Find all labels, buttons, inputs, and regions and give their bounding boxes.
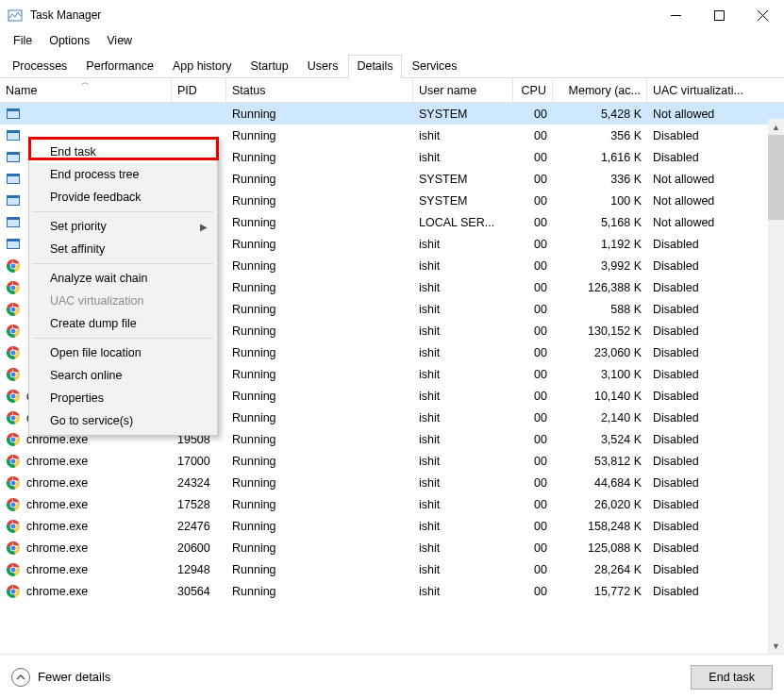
svg-point-42 xyxy=(11,415,16,420)
proc-cpu: 00 xyxy=(513,194,553,208)
tab-startup[interactable]: Startup xyxy=(242,55,296,77)
ctx-search-online[interactable]: Search online xyxy=(31,364,215,387)
vertical-scrollbar[interactable]: ▲ ▼ xyxy=(768,119,784,654)
ctx-end-process-tree[interactable]: End process tree xyxy=(31,163,215,186)
proc-user: ishit xyxy=(413,346,513,359)
col-name[interactable]: Name︿ xyxy=(0,78,172,102)
minimize-button[interactable] xyxy=(654,0,697,30)
proc-user: ishit xyxy=(413,585,513,598)
end-task-button[interactable]: End task xyxy=(691,665,773,690)
proc-status: Running xyxy=(226,520,413,533)
context-menu-separator xyxy=(33,263,213,264)
menu-options[interactable]: Options xyxy=(42,32,97,49)
proc-mem: 158,248 K xyxy=(553,520,647,533)
column-headers: Name︿ PID Status User name CPU Memory (a… xyxy=(0,78,784,103)
proc-cpu: 00 xyxy=(513,476,553,490)
proc-mem: 3,992 K xyxy=(553,259,647,273)
svg-rect-10 xyxy=(8,152,20,155)
proc-user: ishit xyxy=(413,433,513,446)
col-user[interactable]: User name xyxy=(413,78,513,102)
tab-details[interactable]: Details xyxy=(348,55,401,77)
proc-uac: Disabled xyxy=(647,498,784,511)
app-window-icon xyxy=(6,128,21,143)
tab-services[interactable]: Services xyxy=(404,55,466,77)
proc-user: ishit xyxy=(413,238,513,251)
table-row[interactable]: chrome.exe22476Runningishit00158,248 KDi… xyxy=(0,515,784,537)
svg-point-24 xyxy=(11,285,16,290)
proc-status: Running xyxy=(226,541,413,555)
proc-status: Running xyxy=(226,108,413,121)
chrome-icon xyxy=(6,302,21,317)
chrome-icon xyxy=(6,584,21,599)
proc-user: ishit xyxy=(413,325,513,338)
scroll-down-icon[interactable]: ▼ xyxy=(768,638,784,654)
tab-processes[interactable]: Processes xyxy=(4,55,75,77)
menu-file[interactable]: File xyxy=(6,32,40,49)
proc-user: ishit xyxy=(413,129,513,142)
chrome-icon xyxy=(6,367,21,382)
ctx-analyze-wait-chain[interactable]: Analyze wait chain xyxy=(31,267,215,290)
close-button[interactable] xyxy=(741,0,784,30)
table-row[interactable]: chrome.exe30564Runningishit0015,772 KDis… xyxy=(0,580,784,602)
svg-rect-6 xyxy=(8,108,20,111)
table-row[interactable]: chrome.exe17528Runningishit0026,020 KDis… xyxy=(0,493,784,515)
proc-cpu: 00 xyxy=(513,259,553,273)
svg-point-54 xyxy=(11,502,16,507)
proc-user: ishit xyxy=(413,455,513,468)
app-window-icon xyxy=(6,150,21,165)
tab-app-history[interactable]: App history xyxy=(164,55,241,77)
table-row[interactable]: chrome.exe20600Runningishit00125,088 KDi… xyxy=(0,537,784,558)
proc-pid: 22476 xyxy=(172,520,226,533)
fewer-details-button[interactable]: Fewer details xyxy=(11,668,110,687)
proc-uac: Not allowed xyxy=(647,173,784,186)
ctx-provide-feedback[interactable]: Provide feedback xyxy=(31,186,215,208)
submenu-arrow-icon: ▶ xyxy=(200,222,208,232)
tab-performance[interactable]: Performance xyxy=(77,55,162,77)
proc-mem: 44,684 K xyxy=(553,476,647,490)
proc-cpu: 00 xyxy=(513,520,553,533)
table-row[interactable]: chrome.exe17000Runningishit0053,812 KDis… xyxy=(0,450,784,472)
proc-user: ishit xyxy=(413,151,513,164)
tab-users[interactable]: Users xyxy=(299,55,347,77)
svg-point-30 xyxy=(11,328,16,333)
proc-mem: 356 K xyxy=(553,129,647,142)
ctx-create-dump-file[interactable]: Create dump file xyxy=(31,312,215,335)
chrome-icon xyxy=(6,324,21,339)
proc-mem: 26,020 K xyxy=(553,498,647,511)
maximize-button[interactable] xyxy=(697,0,741,30)
ctx-end-task[interactable]: End task xyxy=(31,141,215,163)
proc-pid: 17528 xyxy=(172,498,226,511)
proc-status: Running xyxy=(226,216,413,229)
chrome-icon xyxy=(6,541,21,556)
chrome-icon xyxy=(6,432,21,447)
chrome-icon xyxy=(6,410,21,425)
col-mem[interactable]: Memory (ac... xyxy=(553,78,647,102)
ctx-properties[interactable]: Properties xyxy=(31,387,215,409)
menu-view[interactable]: View xyxy=(99,32,140,49)
scroll-thumb[interactable] xyxy=(768,135,784,220)
proc-cpu: 00 xyxy=(513,346,553,359)
ctx-set-priority[interactable]: Set priority▶ xyxy=(31,215,215,238)
proc-mem: 100 K xyxy=(553,194,647,208)
col-cpu[interactable]: CPU xyxy=(513,78,553,102)
proc-pid: 17000 xyxy=(172,455,226,468)
svg-point-45 xyxy=(11,437,16,441)
proc-status: Running xyxy=(226,281,413,294)
table-row[interactable]: chrome.exe12948Runningishit0028,264 KDis… xyxy=(0,558,784,580)
col-uac[interactable]: UAC virtualizati... xyxy=(647,78,784,102)
table-row[interactable]: RunningSYSTEM005,428 KNot allowed xyxy=(0,103,784,125)
proc-cpu: 00 xyxy=(513,585,553,598)
ctx-go-to-service-s[interactable]: Go to service(s) xyxy=(31,409,215,432)
ctx-set-affinity[interactable]: Set affinity xyxy=(31,238,215,260)
table-row[interactable]: chrome.exe24324Runningishit0044,684 KDis… xyxy=(0,472,784,493)
proc-uac: Disabled xyxy=(647,563,784,576)
ctx-open-file-location[interactable]: Open file location xyxy=(31,341,215,364)
scroll-up-icon[interactable]: ▲ xyxy=(768,119,784,135)
proc-mem: 126,388 K xyxy=(553,281,647,294)
app-window-icon xyxy=(6,237,21,252)
proc-uac: Not allowed xyxy=(647,216,784,229)
col-status[interactable]: Status xyxy=(226,78,413,102)
col-pid[interactable]: PID xyxy=(172,78,226,102)
proc-user: ishit xyxy=(413,368,513,381)
proc-mem: 5,168 K xyxy=(553,216,647,229)
